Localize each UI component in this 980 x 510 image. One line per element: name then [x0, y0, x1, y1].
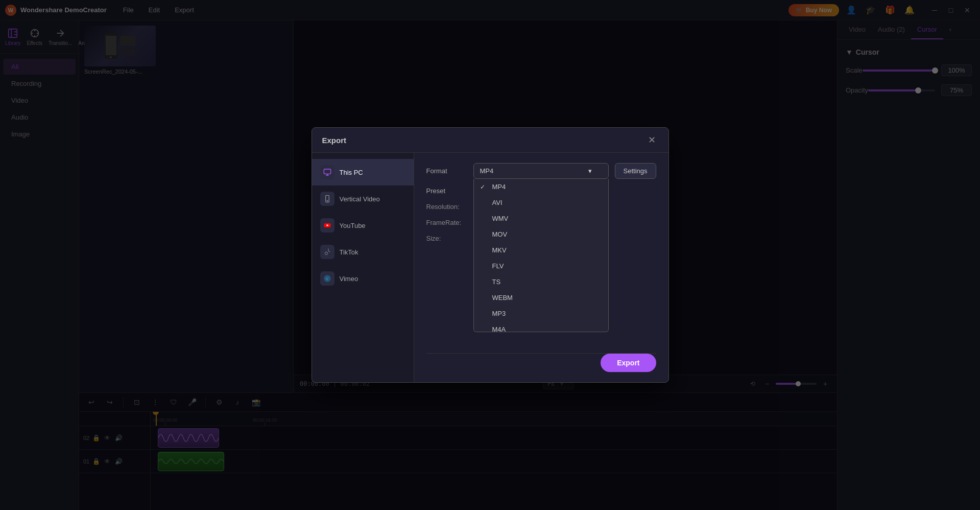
- export-option-youtube[interactable]: YouTube: [312, 212, 414, 239]
- size-label: Size:: [426, 235, 467, 242]
- modal-footer: Export: [426, 353, 656, 372]
- svg-point-15: [327, 200, 327, 201]
- vertical-video-icon: [320, 192, 334, 206]
- modal-title: Export: [322, 136, 646, 145]
- modal-body: This PC Vertical Video: [312, 153, 668, 382]
- format-option-mp4[interactable]: ✓ MP4: [474, 179, 608, 195]
- format-option-wmv[interactable]: WMV: [474, 211, 608, 226]
- format-option-avi[interactable]: AVI: [474, 195, 608, 211]
- vertical-video-label: Vertical Video: [340, 195, 380, 203]
- framerate-label: FrameRate:: [426, 219, 467, 226]
- format-option-mkv[interactable]: MKV: [474, 242, 608, 258]
- format-option-mov[interactable]: MOV: [474, 226, 608, 242]
- format-selected[interactable]: MP4 ▾: [473, 163, 609, 179]
- youtube-label: YouTube: [340, 222, 366, 229]
- modal-sidebar: This PC Vertical Video: [312, 153, 414, 382]
- format-option-m4a[interactable]: M4A: [474, 321, 608, 332]
- export-option-this-pc[interactable]: This PC: [312, 159, 414, 186]
- format-row: Format MP4 ▾ ✓ MP4: [426, 163, 656, 179]
- this-pc-icon: [320, 165, 334, 179]
- svg-text:V: V: [326, 277, 328, 281]
- preset-label: Preset: [426, 187, 467, 195]
- format-dropdown-list: ✓ MP4 AVI WMV: [473, 179, 609, 332]
- format-option-webm[interactable]: WEBM: [474, 290, 608, 306]
- settings-button[interactable]: Settings: [615, 163, 656, 179]
- modal-export-button[interactable]: Export: [601, 354, 656, 372]
- youtube-icon: [320, 218, 334, 233]
- resolution-label: Resolution:: [426, 203, 467, 211]
- export-modal: Export ✕ This PC: [312, 127, 669, 383]
- vimeo-label: Vimeo: [340, 275, 358, 283]
- tiktok-label: TikTok: [340, 248, 358, 256]
- export-option-vertical[interactable]: Vertical Video: [312, 186, 414, 212]
- format-label: Format: [426, 167, 467, 175]
- this-pc-label: This PC: [340, 169, 363, 176]
- svg-rect-13: [324, 169, 330, 174]
- format-option-mp3[interactable]: MP3: [474, 306, 608, 321]
- vimeo-icon: V: [320, 271, 334, 286]
- export-option-vimeo[interactable]: V Vimeo: [312, 265, 414, 292]
- modal-overlay: Export ✕ This PC: [0, 0, 980, 510]
- format-option-ts[interactable]: TS: [474, 274, 608, 290]
- check-icon: ✓: [480, 183, 488, 191]
- format-dropdown[interactable]: MP4 ▾ ✓ MP4 AVI: [473, 163, 609, 179]
- modal-close-button[interactable]: ✕: [646, 134, 658, 146]
- modal-main: Format MP4 ▾ ✓ MP4: [414, 153, 668, 382]
- export-option-tiktok[interactable]: TikTok: [312, 239, 414, 265]
- format-option-flv[interactable]: FLV: [474, 258, 608, 274]
- tiktok-icon: [320, 245, 334, 259]
- dropdown-chevron-icon: ▾: [588, 167, 592, 175]
- modal-titlebar: Export ✕: [312, 128, 668, 153]
